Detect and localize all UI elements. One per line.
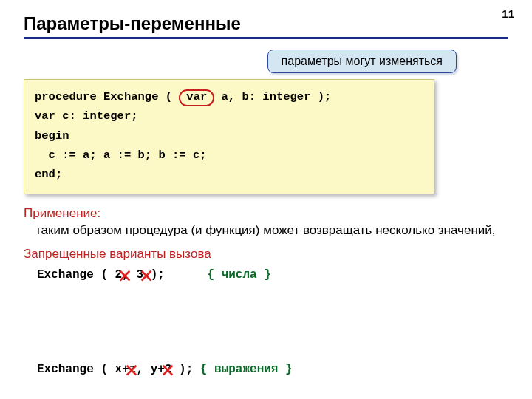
code-line-3: begin	[35, 126, 423, 146]
forbidden-row2-code: Exchange ( x+z, y+2 );	[37, 363, 200, 376]
code-block: procedure Exchange ( var a, b: integer )…	[24, 79, 434, 194]
forbidden-row1-code: Exchange ( 2, 3 );	[37, 268, 207, 282]
code-line-4: c := a; a := b; b := c;	[35, 146, 423, 165]
page-number: 11	[502, 7, 514, 20]
forbidden-row2-comment: { выражения }	[200, 363, 293, 376]
forbidden-examples: Exchange ( 2, 3 ); { числа } ✕ ✕ Exchang…	[37, 263, 508, 399]
usage-text: таким образом процедура (и функция) може…	[35, 222, 508, 239]
callout-container: параметры могут изменяться	[24, 50, 508, 73]
title-rule	[24, 37, 508, 39]
forbidden-row-1: Exchange ( 2, 3 ); { числа } ✕ ✕	[37, 263, 508, 358]
code-l1a: procedure Exchange (	[35, 90, 179, 103]
var-keyword-pill: var	[179, 89, 214, 106]
code-line-5: end;	[35, 165, 423, 184]
callout-note: параметры могут изменяться	[267, 50, 457, 73]
code-l1b: a, b: integer );	[214, 90, 331, 103]
code-line-1: procedure Exchange ( var a, b: integer )…	[35, 87, 423, 106]
forbidden-row-2: Exchange ( x+z, y+2 ); { выражения } ✕ ✕	[37, 358, 508, 399]
slide-title: Параметры-переменные	[24, 13, 508, 34]
forbidden-row1-comment: { числа }	[207, 268, 270, 282]
forbidden-heading: Запрещенные варианты вызова	[24, 247, 508, 262]
slide: 11 Параметры-переменные параметры могут …	[0, 0, 532, 399]
usage-heading: Применение:	[24, 206, 508, 221]
code-line-2: var c: integer;	[35, 106, 423, 126]
